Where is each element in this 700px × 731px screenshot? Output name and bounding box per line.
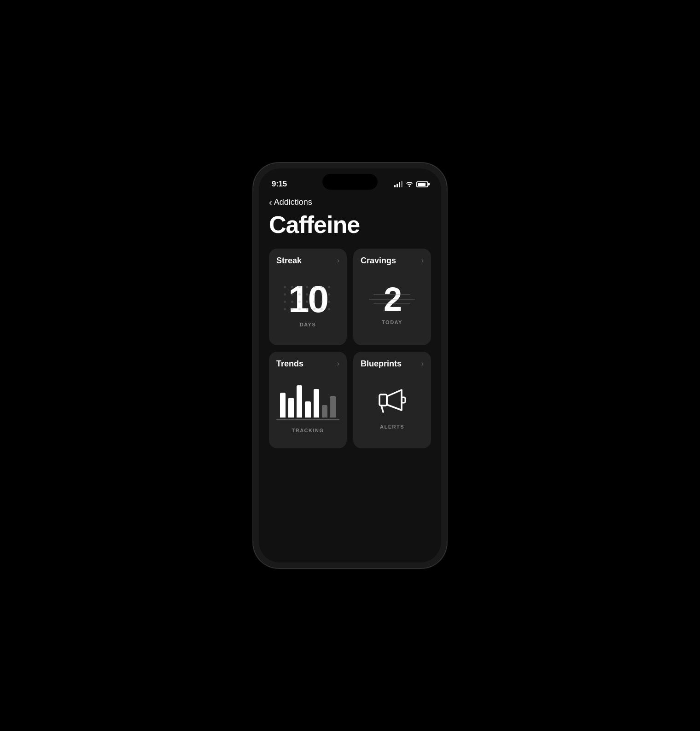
status-icons [394, 180, 428, 188]
back-nav[interactable]: ‹ Addictions [269, 197, 431, 208]
phone-screen: 9:15 [259, 168, 441, 563]
bar-item [330, 396, 336, 418]
trends-label: TRACKING [292, 428, 324, 433]
blueprints-title: Blueprints [361, 359, 402, 369]
streak-display: 10 [288, 280, 327, 318]
streak-label: DAYS [300, 322, 316, 327]
dynamic-island [322, 174, 378, 190]
blueprints-chevron-icon: › [421, 360, 424, 368]
back-nav-label: Addictions [274, 197, 312, 207]
bar-item [322, 405, 327, 418]
bar-item [280, 393, 286, 418]
status-time: 9:15 [272, 180, 287, 189]
bar-chart [276, 381, 339, 418]
bar-item [288, 398, 294, 418]
back-chevron-icon: ‹ [269, 197, 272, 208]
svg-rect-1 [402, 397, 405, 403]
trends-title: Trends [276, 359, 303, 369]
bar-chart-base [276, 419, 339, 420]
cards-grid: Streak › 10 DAYS [269, 249, 431, 448]
svg-rect-0 [379, 395, 387, 406]
cravings-label: TODAY [382, 319, 402, 325]
phone-frame: 9:15 [253, 163, 447, 568]
blueprints-icon-area: ALERTS [361, 374, 424, 440]
signal-icon [394, 181, 402, 187]
wave-lines [369, 290, 415, 308]
streak-title: Streak [276, 256, 302, 266]
bar-item [314, 389, 319, 418]
bar-item [305, 401, 310, 418]
bar-item [297, 385, 302, 418]
cravings-chevron-icon: › [421, 256, 424, 265]
blueprints-label: ALERTS [380, 424, 404, 429]
megaphone-icon [374, 384, 411, 417]
trends-card[interactable]: Trends › TRACKING [269, 352, 347, 448]
trends-chart-area: TRACKING [276, 374, 339, 440]
wifi-icon [405, 180, 414, 188]
status-bar: 9:15 [259, 168, 441, 193]
streak-chevron-icon: › [337, 256, 339, 265]
blueprints-card[interactable]: Blueprints › ALERTS [353, 352, 431, 448]
trends-chevron-icon: › [337, 360, 339, 368]
cravings-card[interactable]: Cravings › 2 TODAY [353, 249, 431, 345]
streak-card[interactable]: Streak › 10 DAYS [269, 249, 347, 345]
cravings-display: 2 [384, 283, 401, 316]
cravings-title: Cravings [361, 256, 396, 266]
dots-pattern [284, 286, 332, 313]
app-content: ‹ Addictions Caffeine Streak › [259, 193, 441, 563]
page-title: Caffeine [269, 212, 431, 238]
battery-icon [416, 181, 428, 187]
